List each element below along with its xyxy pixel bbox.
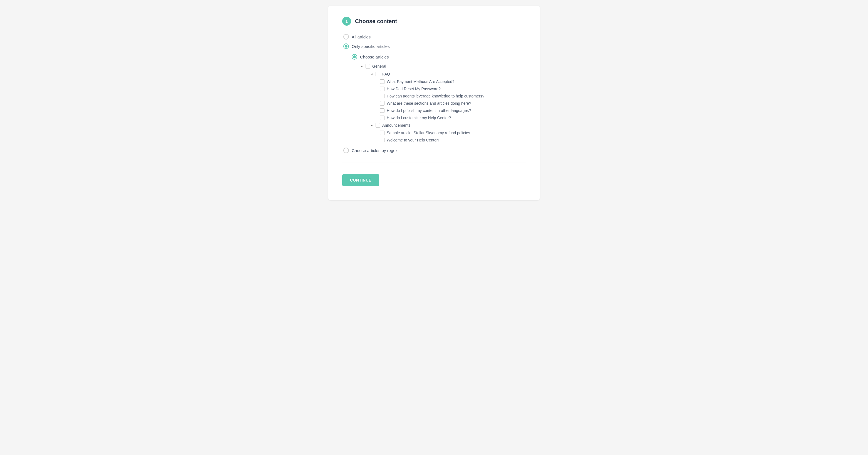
options-list: All articles Only specific articles Choo… <box>343 34 526 157</box>
list-item: Sample article: Stellar Skyonomy refund … <box>380 129 526 137</box>
radio-specific-label: Only specific articles <box>352 44 390 49</box>
tree-item-general: General FAQ What Paymen <box>360 62 526 144</box>
leaf-label: How do I publish my content in other lan… <box>387 108 471 113</box>
continue-button[interactable]: CONTINUE <box>342 174 379 186</box>
radio-all-articles[interactable]: All articles <box>343 34 526 39</box>
checkbox-leaf[interactable] <box>380 138 384 142</box>
radio-choose-articles-icon[interactable] <box>352 54 357 60</box>
tree-children-general: FAQ What Payment Methods Are Accepted?Ho… <box>370 70 526 144</box>
leaf-label: Sample article: Stellar Skyonomy refund … <box>387 131 470 135</box>
checkbox-leaf[interactable] <box>380 116 384 120</box>
tree-item-announcements: Announcements Sample article: Stellar Sk… <box>370 121 526 144</box>
section-header: 1 Choose content <box>342 17 526 26</box>
leaf-label: Welcome to your Help Center! <box>387 138 439 142</box>
tree-row-general: General <box>360 62 526 70</box>
divider <box>342 163 526 163</box>
radio-choose-articles-row: Choose articles <box>352 54 526 60</box>
page-container: 1 Choose content All articles Only speci… <box>328 6 540 200</box>
checkbox-leaf[interactable] <box>380 101 384 106</box>
list-item: How can agents leverage knowledge to hel… <box>380 92 526 100</box>
list-item: How Do I Reset My Password? <box>380 85 526 92</box>
radio-regex-label: Choose articles by regex <box>352 148 398 153</box>
label-general: General <box>372 64 386 68</box>
list-item: How do I publish my content in other lan… <box>380 107 526 114</box>
leaf-label: How do I customize my Help Center? <box>387 116 451 120</box>
leaf-label: How Do I Reset My Password? <box>387 87 441 91</box>
checkbox-leaf[interactable] <box>380 108 384 113</box>
radio-all-icon <box>343 34 349 39</box>
leaf-label: What are these sections and articles doi… <box>387 101 471 106</box>
tree-row-faq: FAQ <box>370 70 526 78</box>
radio-choose-articles-label: Choose articles <box>360 55 389 59</box>
radio-all-label: All articles <box>352 34 371 39</box>
tree-children-faq: What Payment Methods Are Accepted?How Do… <box>380 78 526 121</box>
toggle-faq[interactable] <box>370 73 373 76</box>
tree-children-announcements: Sample article: Stellar Skyonomy refund … <box>380 129 526 144</box>
checkbox-leaf[interactable] <box>380 94 384 98</box>
sub-options: Choose articles General <box>352 54 526 144</box>
section-title: Choose content <box>355 18 397 25</box>
list-item: How do I customize my Help Center? <box>380 114 526 121</box>
list-item: What Payment Methods Are Accepted? <box>380 78 526 85</box>
radio-regex[interactable]: Choose articles by regex <box>343 148 526 153</box>
toggle-announcements[interactable] <box>370 124 373 127</box>
label-announcements: Announcements <box>382 123 410 127</box>
list-item: Welcome to your Help Center! <box>380 137 526 144</box>
label-faq: FAQ <box>382 72 390 76</box>
checkbox-general[interactable] <box>366 64 370 68</box>
step-badge: 1 <box>342 17 351 26</box>
checkbox-leaf[interactable] <box>380 131 384 135</box>
checkbox-faq[interactable] <box>376 72 380 76</box>
checkbox-announcements[interactable] <box>376 123 380 127</box>
checkbox-leaf[interactable] <box>380 79 384 84</box>
tree-item-faq: FAQ What Payment Methods Are Accepted?Ho… <box>370 70 526 121</box>
leaf-label: What Payment Methods Are Accepted? <box>387 79 455 84</box>
radio-specific-articles[interactable]: Only specific articles <box>343 44 526 49</box>
radio-regex-icon <box>343 148 349 153</box>
radio-specific-icon <box>343 44 349 49</box>
toggle-general[interactable] <box>360 65 363 68</box>
tree-row-announcements: Announcements <box>370 121 526 129</box>
checkbox-leaf[interactable] <box>380 87 384 91</box>
list-item: What are these sections and articles doi… <box>380 100 526 107</box>
tree-container: General FAQ What Paymen <box>360 62 526 144</box>
leaf-label: How can agents leverage knowledge to hel… <box>387 94 484 98</box>
